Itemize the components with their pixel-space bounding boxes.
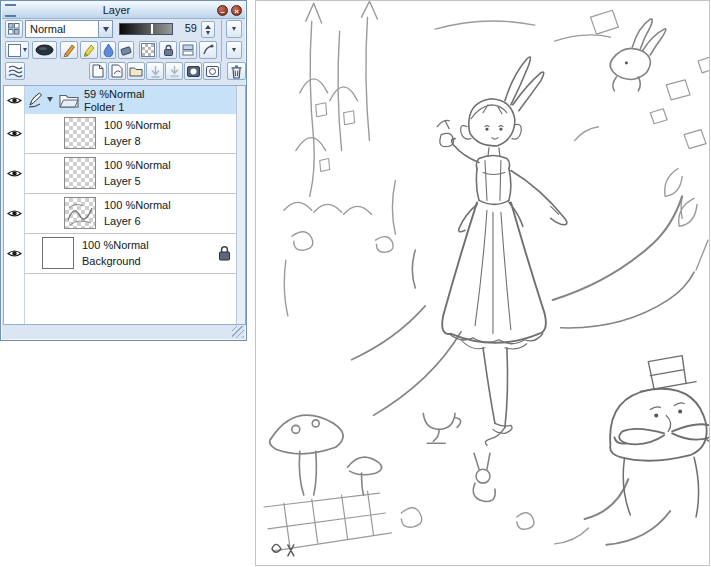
collapse-arrow-icon[interactable]: [47, 97, 53, 102]
layer-name: Folder 1: [84, 101, 124, 113]
layer-name: Layer 8: [104, 135, 141, 147]
layer-blend-info: 100 %Normal: [104, 199, 171, 211]
layer-thumbnail[interactable]: [64, 197, 96, 229]
color-swatch-icon: [8, 44, 21, 57]
layer-name: Background: [82, 255, 141, 267]
delete-layer-button[interactable]: [227, 62, 246, 80]
layer-mask-button[interactable]: [184, 62, 202, 80]
layer-row-layer6[interactable]: 100 %Normal Layer 6: [4, 194, 245, 234]
chevron-down-icon: [23, 48, 27, 52]
pencil-icon: [62, 43, 76, 57]
opacity-stepper[interactable]: [201, 21, 215, 38]
close-button[interactable]: ×: [231, 5, 242, 16]
layer-blend-info: 100 %Normal: [82, 239, 149, 251]
eye-icon[interactable]: [7, 208, 22, 219]
blend-dropdown-button[interactable]: [98, 21, 112, 37]
layer-row-folder1[interactable]: 59 %Normal Folder 1: [4, 86, 245, 114]
eye-icon[interactable]: [7, 128, 22, 139]
chevron-down-icon: [103, 27, 109, 32]
new-folder-icon: [129, 66, 143, 77]
minimize-button[interactable]: –: [217, 5, 228, 16]
layer-name: Layer 6: [104, 215, 141, 227]
layer-property-toolbar: [3, 41, 244, 61]
layer-name: Layer 5: [104, 175, 141, 187]
opacity-value[interactable]: 59: [175, 22, 197, 34]
grid-icon: [8, 23, 20, 35]
apply-mask-button[interactable]: [203, 62, 221, 80]
reference-layer-icon: [202, 44, 214, 56]
blend-mode-select[interactable]: Normal: [25, 20, 113, 38]
row-divider: [25, 273, 236, 274]
layer-blend-info: 59 %Normal: [84, 88, 145, 100]
blend-mode-value: Normal: [26, 23, 98, 35]
clip-to-layer-button[interactable]: [179, 41, 197, 59]
chevron-down-icon: [206, 31, 210, 35]
chevron-down-icon: [232, 48, 236, 52]
marker-icon: [82, 43, 96, 57]
layer-blend-info: 100 %Normal: [104, 159, 171, 171]
palette-title: Layer: [16, 3, 217, 18]
eye-icon[interactable]: [7, 248, 22, 259]
opacity-slider[interactable]: [119, 23, 173, 35]
transfer-down-icon: [150, 65, 161, 78]
layer-thumbnail[interactable]: [64, 157, 96, 189]
blend-opacity-row: Normal 59: [3, 20, 244, 40]
palette-menu-icon: [5, 4, 16, 17]
clip-layer-icon: [182, 44, 194, 56]
eye-icon[interactable]: [7, 95, 22, 106]
lock-transparent-pixels-button[interactable]: [139, 41, 157, 59]
palette-options-button[interactable]: [226, 20, 242, 38]
edit-target-pencil-icon: [28, 92, 43, 108]
opacity-slider-thumb[interactable]: [151, 24, 153, 34]
layer-mask-icon: [187, 66, 200, 77]
layer-row-background[interactable]: 100 %Normal Background: [4, 234, 245, 274]
new-folder-button[interactable]: [127, 62, 145, 80]
chevron-down-icon: [232, 27, 236, 31]
merge-down-button[interactable]: [165, 62, 183, 80]
stack-icon: [8, 64, 23, 79]
layer-command-toolbar: [3, 62, 244, 82]
marker-tool-button[interactable]: [80, 41, 98, 59]
layer-list-button[interactable]: [5, 62, 25, 80]
lock-small-icon: [163, 44, 174, 57]
transfer-down-button[interactable]: [146, 62, 164, 80]
layer-thumbnail[interactable]: [64, 117, 96, 149]
artwork-canvas[interactable]: [255, 0, 710, 566]
water-drop-icon: [103, 43, 114, 57]
trash-icon: [230, 64, 243, 79]
lock-layer-button[interactable]: [159, 41, 177, 59]
layer-list: 59 %Normal Folder 1 100 %Normal Layer 8 …: [3, 85, 246, 325]
layer-list-scrollbar[interactable]: [236, 86, 245, 324]
transparency-checker-icon: [141, 43, 155, 57]
layer-palette: Layer – × Normal 59: [0, 0, 247, 341]
pen-stroke-icon: [35, 44, 54, 56]
resize-grip[interactable]: [232, 326, 244, 338]
reference-layer-button[interactable]: [199, 41, 217, 59]
layer-thumbnail[interactable]: [42, 237, 74, 269]
folder-icon: [59, 93, 79, 108]
new-layer-icon: [92, 64, 104, 78]
eraser-icon: [120, 44, 132, 56]
pencil-tool-button[interactable]: [60, 41, 78, 59]
eraser-tool-button[interactable]: [118, 41, 134, 59]
lock-icon: [218, 245, 231, 261]
merge-down-icon: [169, 65, 180, 78]
pen-stroke-button[interactable]: [32, 41, 57, 59]
toolbar-more-button[interactable]: [226, 41, 242, 59]
new-vector-layer-button[interactable]: [108, 62, 126, 80]
new-vector-layer-icon: [111, 64, 123, 78]
sketch-drawing: [256, 1, 709, 565]
eye-icon[interactable]: [7, 168, 22, 179]
palette-titlebar[interactable]: Layer – ×: [2, 2, 245, 19]
layer-color-swatch-button[interactable]: [5, 41, 29, 59]
palette-grid-button[interactable]: [5, 20, 23, 38]
layer-row-layer5[interactable]: 100 %Normal Layer 5: [4, 154, 245, 194]
layer-row-layer8[interactable]: 100 %Normal Layer 8: [4, 114, 245, 154]
layer-blend-info: 100 %Normal: [104, 119, 171, 131]
chevron-up-icon: [205, 25, 211, 29]
watercolor-button[interactable]: [100, 41, 116, 59]
apply-mask-icon: [206, 66, 219, 77]
new-raster-layer-button[interactable]: [89, 62, 107, 80]
thumbnail-sketch: [65, 198, 95, 228]
